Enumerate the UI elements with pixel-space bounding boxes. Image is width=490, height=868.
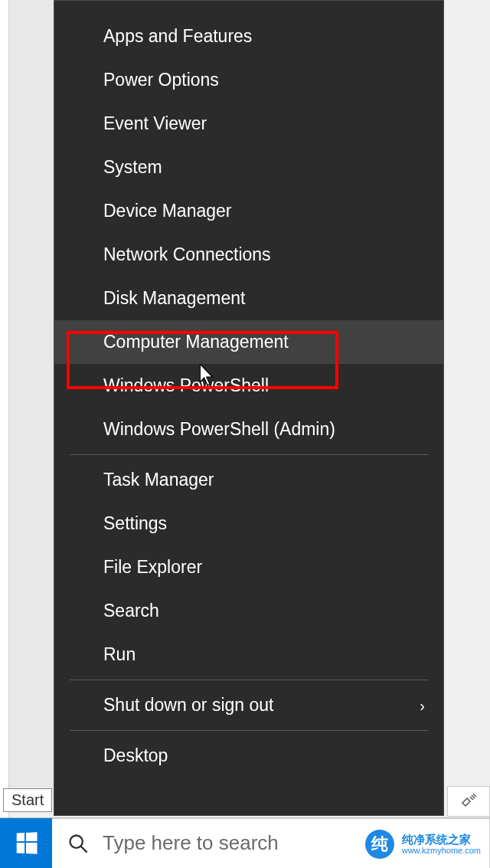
menu-item-run[interactable]: Run — [54, 633, 443, 676]
menu-divider — [70, 680, 428, 680]
menu-item-label: Shut down or sign out — [103, 695, 273, 715]
menu-item-disk-management[interactable]: Disk Management — [54, 277, 443, 320]
menu-item-system[interactable]: System — [54, 146, 443, 189]
menu-item-event-viewer[interactable]: Event Viewer — [54, 102, 443, 146]
menu-item-desktop[interactable]: Desktop — [54, 734, 443, 778]
svg-line-1 — [81, 846, 87, 852]
watermark-name: 纯净系统之家 — [402, 834, 481, 847]
menu-item-search[interactable]: Search — [54, 589, 443, 633]
search-placeholder-text: Type here to search — [103, 831, 279, 855]
background-strip — [9, 0, 54, 797]
menu-item-task-manager[interactable]: Task Manager — [54, 458, 443, 502]
menu-item-settings[interactable]: Settings — [54, 502, 443, 545]
watermark: 纯 纯净系统之家 www.kzmyhome.com — [365, 830, 484, 859]
menu-divider — [70, 730, 428, 731]
menu-item-shut-down-or-sign-out[interactable]: Shut down or sign out › — [54, 683, 443, 727]
watermark-text: 纯净系统之家 www.kzmyhome.com — [399, 833, 484, 857]
menu-item-network-connections[interactable]: Network Connections — [54, 233, 443, 277]
start-tooltip: Start — [3, 788, 52, 812]
window-left-edge — [0, 0, 9, 868]
menu-item-windows-powershell[interactable]: Windows PowerShell — [54, 364, 443, 408]
menu-item-device-manager[interactable]: Device Manager — [54, 189, 443, 233]
chevron-right-icon: › — [420, 696, 425, 714]
menu-item-windows-powershell-admin[interactable]: Windows PowerShell (Admin) — [54, 408, 443, 451]
menu-item-apps-and-features[interactable]: Apps and Features — [54, 15, 443, 58]
start-button[interactable] — [0, 818, 52, 869]
winx-context-menu: Apps and Features Power Options Event Vi… — [54, 0, 444, 816]
menu-item-power-options[interactable]: Power Options — [54, 58, 443, 102]
menu-divider — [70, 454, 428, 455]
menu-item-computer-management[interactable]: Computer Management — [54, 320, 443, 364]
watermark-badge-icon: 纯 — [365, 830, 394, 859]
windows-logo-icon — [16, 832, 37, 853]
search-icon — [67, 833, 89, 854]
watermark-url: www.kzmyhome.com — [402, 846, 481, 855]
corner-tool-icon[interactable] — [447, 786, 490, 817]
menu-item-file-explorer[interactable]: File Explorer — [54, 545, 443, 589]
svg-point-0 — [70, 835, 83, 847]
